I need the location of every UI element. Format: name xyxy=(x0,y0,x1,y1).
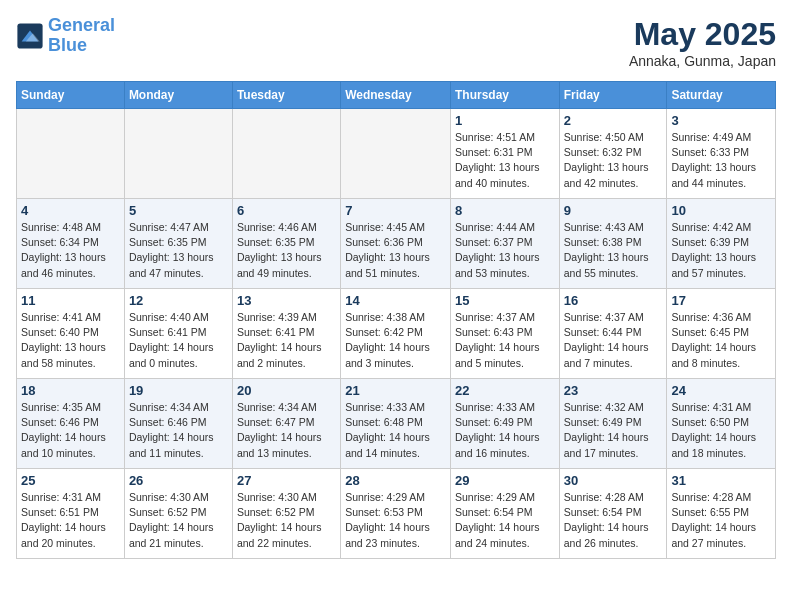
day-cell: 26Sunrise: 4:30 AM Sunset: 6:52 PM Dayli… xyxy=(124,469,232,559)
day-number: 3 xyxy=(671,113,771,128)
title-block: May 2025 Annaka, Gunma, Japan xyxy=(629,16,776,69)
day-cell: 11Sunrise: 4:41 AM Sunset: 6:40 PM Dayli… xyxy=(17,289,125,379)
day-number: 6 xyxy=(237,203,336,218)
day-info: Sunrise: 4:49 AM Sunset: 6:33 PM Dayligh… xyxy=(671,130,771,191)
month-title: May 2025 xyxy=(629,16,776,53)
day-cell: 5Sunrise: 4:47 AM Sunset: 6:35 PM Daylig… xyxy=(124,199,232,289)
col-header-thursday: Thursday xyxy=(450,82,559,109)
week-row-2: 4Sunrise: 4:48 AM Sunset: 6:34 PM Daylig… xyxy=(17,199,776,289)
day-number: 19 xyxy=(129,383,228,398)
day-info: Sunrise: 4:42 AM Sunset: 6:39 PM Dayligh… xyxy=(671,220,771,281)
day-number: 10 xyxy=(671,203,771,218)
day-cell: 12Sunrise: 4:40 AM Sunset: 6:41 PM Dayli… xyxy=(124,289,232,379)
day-cell xyxy=(341,109,451,199)
week-row-3: 11Sunrise: 4:41 AM Sunset: 6:40 PM Dayli… xyxy=(17,289,776,379)
logo-text: General Blue xyxy=(48,16,115,56)
col-header-saturday: Saturday xyxy=(667,82,776,109)
day-cell: 15Sunrise: 4:37 AM Sunset: 6:43 PM Dayli… xyxy=(450,289,559,379)
day-info: Sunrise: 4:51 AM Sunset: 6:31 PM Dayligh… xyxy=(455,130,555,191)
day-number: 8 xyxy=(455,203,555,218)
day-cell: 13Sunrise: 4:39 AM Sunset: 6:41 PM Dayli… xyxy=(232,289,340,379)
day-number: 30 xyxy=(564,473,663,488)
day-cell: 16Sunrise: 4:37 AM Sunset: 6:44 PM Dayli… xyxy=(559,289,667,379)
day-cell: 24Sunrise: 4:31 AM Sunset: 6:50 PM Dayli… xyxy=(667,379,776,469)
day-cell: 10Sunrise: 4:42 AM Sunset: 6:39 PM Dayli… xyxy=(667,199,776,289)
day-cell: 31Sunrise: 4:28 AM Sunset: 6:55 PM Dayli… xyxy=(667,469,776,559)
day-cell: 2Sunrise: 4:50 AM Sunset: 6:32 PM Daylig… xyxy=(559,109,667,199)
day-cell: 9Sunrise: 4:43 AM Sunset: 6:38 PM Daylig… xyxy=(559,199,667,289)
day-number: 14 xyxy=(345,293,446,308)
day-info: Sunrise: 4:41 AM Sunset: 6:40 PM Dayligh… xyxy=(21,310,120,371)
logo-icon xyxy=(16,22,44,50)
day-info: Sunrise: 4:28 AM Sunset: 6:54 PM Dayligh… xyxy=(564,490,663,551)
day-cell: 29Sunrise: 4:29 AM Sunset: 6:54 PM Dayli… xyxy=(450,469,559,559)
day-info: Sunrise: 4:30 AM Sunset: 6:52 PM Dayligh… xyxy=(129,490,228,551)
week-row-4: 18Sunrise: 4:35 AM Sunset: 6:46 PM Dayli… xyxy=(17,379,776,469)
day-number: 20 xyxy=(237,383,336,398)
day-info: Sunrise: 4:44 AM Sunset: 6:37 PM Dayligh… xyxy=(455,220,555,281)
day-number: 12 xyxy=(129,293,228,308)
day-cell: 8Sunrise: 4:44 AM Sunset: 6:37 PM Daylig… xyxy=(450,199,559,289)
day-cell xyxy=(232,109,340,199)
day-number: 1 xyxy=(455,113,555,128)
day-cell: 23Sunrise: 4:32 AM Sunset: 6:49 PM Dayli… xyxy=(559,379,667,469)
day-number: 26 xyxy=(129,473,228,488)
day-number: 22 xyxy=(455,383,555,398)
col-header-monday: Monday xyxy=(124,82,232,109)
day-number: 18 xyxy=(21,383,120,398)
day-info: Sunrise: 4:31 AM Sunset: 6:51 PM Dayligh… xyxy=(21,490,120,551)
day-number: 23 xyxy=(564,383,663,398)
day-number: 7 xyxy=(345,203,446,218)
logo: General Blue xyxy=(16,16,115,56)
day-cell: 22Sunrise: 4:33 AM Sunset: 6:49 PM Dayli… xyxy=(450,379,559,469)
calendar-table: SundayMondayTuesdayWednesdayThursdayFrid… xyxy=(16,81,776,559)
day-cell xyxy=(17,109,125,199)
day-cell: 27Sunrise: 4:30 AM Sunset: 6:52 PM Dayli… xyxy=(232,469,340,559)
day-info: Sunrise: 4:37 AM Sunset: 6:44 PM Dayligh… xyxy=(564,310,663,371)
day-cell: 19Sunrise: 4:34 AM Sunset: 6:46 PM Dayli… xyxy=(124,379,232,469)
day-cell: 25Sunrise: 4:31 AM Sunset: 6:51 PM Dayli… xyxy=(17,469,125,559)
day-info: Sunrise: 4:36 AM Sunset: 6:45 PM Dayligh… xyxy=(671,310,771,371)
day-cell: 18Sunrise: 4:35 AM Sunset: 6:46 PM Dayli… xyxy=(17,379,125,469)
day-info: Sunrise: 4:30 AM Sunset: 6:52 PM Dayligh… xyxy=(237,490,336,551)
week-row-1: 1Sunrise: 4:51 AM Sunset: 6:31 PM Daylig… xyxy=(17,109,776,199)
day-cell: 17Sunrise: 4:36 AM Sunset: 6:45 PM Dayli… xyxy=(667,289,776,379)
day-info: Sunrise: 4:39 AM Sunset: 6:41 PM Dayligh… xyxy=(237,310,336,371)
day-number: 13 xyxy=(237,293,336,308)
day-info: Sunrise: 4:29 AM Sunset: 6:54 PM Dayligh… xyxy=(455,490,555,551)
day-info: Sunrise: 4:38 AM Sunset: 6:42 PM Dayligh… xyxy=(345,310,446,371)
logo-line1: General xyxy=(48,15,115,35)
day-number: 9 xyxy=(564,203,663,218)
day-cell: 14Sunrise: 4:38 AM Sunset: 6:42 PM Dayli… xyxy=(341,289,451,379)
day-info: Sunrise: 4:34 AM Sunset: 6:46 PM Dayligh… xyxy=(129,400,228,461)
day-info: Sunrise: 4:33 AM Sunset: 6:48 PM Dayligh… xyxy=(345,400,446,461)
day-number: 27 xyxy=(237,473,336,488)
day-cell xyxy=(124,109,232,199)
day-cell: 3Sunrise: 4:49 AM Sunset: 6:33 PM Daylig… xyxy=(667,109,776,199)
day-number: 31 xyxy=(671,473,771,488)
day-info: Sunrise: 4:40 AM Sunset: 6:41 PM Dayligh… xyxy=(129,310,228,371)
page-header: General Blue May 2025 Annaka, Gunma, Jap… xyxy=(16,16,776,69)
day-number: 15 xyxy=(455,293,555,308)
day-number: 28 xyxy=(345,473,446,488)
col-header-sunday: Sunday xyxy=(17,82,125,109)
location: Annaka, Gunma, Japan xyxy=(629,53,776,69)
week-row-5: 25Sunrise: 4:31 AM Sunset: 6:51 PM Dayli… xyxy=(17,469,776,559)
day-cell: 7Sunrise: 4:45 AM Sunset: 6:36 PM Daylig… xyxy=(341,199,451,289)
day-info: Sunrise: 4:31 AM Sunset: 6:50 PM Dayligh… xyxy=(671,400,771,461)
col-header-friday: Friday xyxy=(559,82,667,109)
day-cell: 1Sunrise: 4:51 AM Sunset: 6:31 PM Daylig… xyxy=(450,109,559,199)
day-number: 5 xyxy=(129,203,228,218)
day-info: Sunrise: 4:34 AM Sunset: 6:47 PM Dayligh… xyxy=(237,400,336,461)
day-cell: 4Sunrise: 4:48 AM Sunset: 6:34 PM Daylig… xyxy=(17,199,125,289)
day-info: Sunrise: 4:32 AM Sunset: 6:49 PM Dayligh… xyxy=(564,400,663,461)
day-info: Sunrise: 4:29 AM Sunset: 6:53 PM Dayligh… xyxy=(345,490,446,551)
col-header-wednesday: Wednesday xyxy=(341,82,451,109)
day-info: Sunrise: 4:43 AM Sunset: 6:38 PM Dayligh… xyxy=(564,220,663,281)
day-info: Sunrise: 4:46 AM Sunset: 6:35 PM Dayligh… xyxy=(237,220,336,281)
day-cell: 30Sunrise: 4:28 AM Sunset: 6:54 PM Dayli… xyxy=(559,469,667,559)
day-info: Sunrise: 4:50 AM Sunset: 6:32 PM Dayligh… xyxy=(564,130,663,191)
day-cell: 28Sunrise: 4:29 AM Sunset: 6:53 PM Dayli… xyxy=(341,469,451,559)
day-info: Sunrise: 4:45 AM Sunset: 6:36 PM Dayligh… xyxy=(345,220,446,281)
day-number: 16 xyxy=(564,293,663,308)
